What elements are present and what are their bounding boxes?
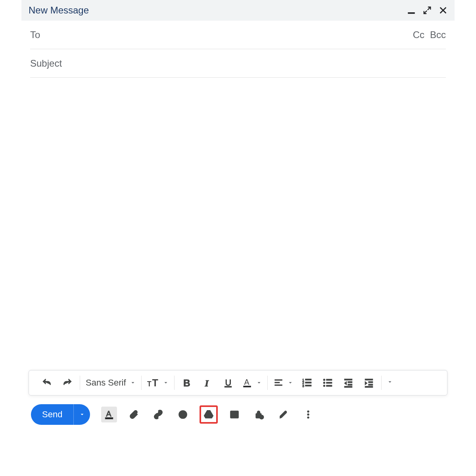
subject-placeholder: Subject xyxy=(30,58,62,69)
chevron-down-icon xyxy=(288,378,293,388)
subject-row[interactable]: Subject xyxy=(30,49,446,78)
svg-point-18 xyxy=(323,379,325,380)
svg-point-34 xyxy=(179,411,187,418)
close-icon xyxy=(439,6,447,15)
message-body[interactable] xyxy=(21,78,455,355)
svg-rect-15 xyxy=(305,379,311,380)
bold-icon: B xyxy=(182,378,192,388)
bulleted-list-icon xyxy=(322,378,333,388)
svg-rect-9 xyxy=(274,379,282,380)
attach-file-button[interactable] xyxy=(126,407,142,422)
svg-rect-8 xyxy=(243,386,251,388)
send-button[interactable]: Send xyxy=(31,404,73,425)
font-name: Sans Serif xyxy=(86,378,126,388)
svg-text:B: B xyxy=(183,378,190,388)
header-window-controls xyxy=(407,6,447,15)
svg-rect-26 xyxy=(347,384,352,385)
drive-icon xyxy=(203,409,214,420)
svg-rect-25 xyxy=(347,382,352,383)
redo-button[interactable] xyxy=(61,375,74,391)
svg-rect-0 xyxy=(408,13,415,14)
svg-rect-6 xyxy=(225,386,231,388)
insert-link-button[interactable] xyxy=(150,407,166,422)
svg-rect-24 xyxy=(344,379,352,380)
insert-signature-button[interactable] xyxy=(276,407,292,422)
cc-button[interactable]: Cc xyxy=(413,29,424,40)
svg-rect-31 xyxy=(365,386,373,388)
minimize-button[interactable] xyxy=(407,6,416,15)
svg-point-19 xyxy=(323,382,325,384)
bulleted-list-button[interactable] xyxy=(321,375,334,391)
svg-rect-22 xyxy=(326,382,332,383)
paperclip-icon xyxy=(129,409,139,420)
bcc-button[interactable]: Bcc xyxy=(430,29,446,40)
text-format-icon: A xyxy=(104,409,114,420)
text-color-button[interactable]: A xyxy=(242,378,262,388)
fullscreen-icon xyxy=(423,6,432,15)
send-options-button[interactable] xyxy=(73,404,90,425)
toggle-formatting-button[interactable]: A xyxy=(101,407,117,422)
svg-rect-16 xyxy=(305,382,311,383)
indent-less-button[interactable] xyxy=(342,375,355,391)
redo-icon xyxy=(62,378,73,388)
send-button-group: Send xyxy=(31,404,90,425)
emoji-icon xyxy=(178,409,188,420)
svg-text:T: T xyxy=(152,377,158,388)
undo-icon xyxy=(42,378,52,388)
indent-less-icon xyxy=(343,378,353,388)
svg-point-43 xyxy=(307,416,309,418)
italic-button[interactable]: I xyxy=(201,375,214,391)
compose-fields: To Cc Bcc Subject xyxy=(21,21,455,78)
compose-tool-icons: A xyxy=(101,405,316,424)
chevron-down-icon xyxy=(163,378,169,388)
svg-point-42 xyxy=(307,413,309,415)
svg-rect-33 xyxy=(106,417,113,419)
formatting-toolbar: Sans Serif TT B I U A xyxy=(29,370,447,395)
bold-button[interactable]: B xyxy=(180,375,194,391)
close-button[interactable] xyxy=(439,6,447,15)
more-options-button[interactable] xyxy=(300,407,316,422)
svg-point-41 xyxy=(307,411,309,412)
font-selector[interactable]: Sans Serif xyxy=(86,378,136,388)
svg-text:A: A xyxy=(106,409,111,418)
confidential-mode-button[interactable] xyxy=(251,407,267,422)
align-left-icon xyxy=(273,378,284,388)
insert-emoji-button[interactable] xyxy=(175,407,191,422)
svg-rect-21 xyxy=(326,379,332,380)
svg-rect-23 xyxy=(326,385,332,386)
undo-button[interactable] xyxy=(40,375,54,391)
align-button[interactable] xyxy=(273,378,293,388)
svg-rect-17 xyxy=(305,385,311,386)
insert-image-button[interactable] xyxy=(226,407,242,422)
italic-icon: I xyxy=(202,378,213,388)
svg-text:I: I xyxy=(204,378,209,388)
svg-text:U: U xyxy=(225,378,231,388)
font-size-button[interactable]: TT xyxy=(147,377,169,389)
chevron-down-icon xyxy=(256,378,262,388)
compose-action-bar: Send A xyxy=(21,395,455,433)
svg-rect-27 xyxy=(344,386,352,388)
svg-rect-28 xyxy=(365,379,373,380)
lock-clock-icon xyxy=(254,409,264,420)
numbered-list-icon: 123 xyxy=(302,378,312,388)
minimize-icon xyxy=(407,6,416,15)
chevron-down-icon xyxy=(79,412,85,417)
font-size-icon: TT xyxy=(147,377,159,389)
insert-drive-file-button[interactable] xyxy=(200,405,218,424)
to-row[interactable]: To Cc Bcc xyxy=(30,21,446,49)
svg-rect-29 xyxy=(368,382,372,383)
text-color-icon: A xyxy=(242,378,252,388)
image-icon xyxy=(229,409,240,420)
more-formatting-button[interactable] xyxy=(387,379,393,386)
svg-rect-30 xyxy=(368,384,372,385)
svg-point-36 xyxy=(184,413,185,414)
svg-text:A: A xyxy=(244,378,249,386)
indent-more-button[interactable] xyxy=(362,375,376,391)
underline-button[interactable]: U xyxy=(221,375,235,391)
indent-more-icon xyxy=(364,378,374,388)
numbered-list-button[interactable]: 123 xyxy=(300,375,314,391)
compose-header: New Message xyxy=(21,0,455,21)
chevron-down-icon xyxy=(130,378,136,388)
fullscreen-button[interactable] xyxy=(423,6,432,15)
svg-text:T: T xyxy=(147,380,152,388)
